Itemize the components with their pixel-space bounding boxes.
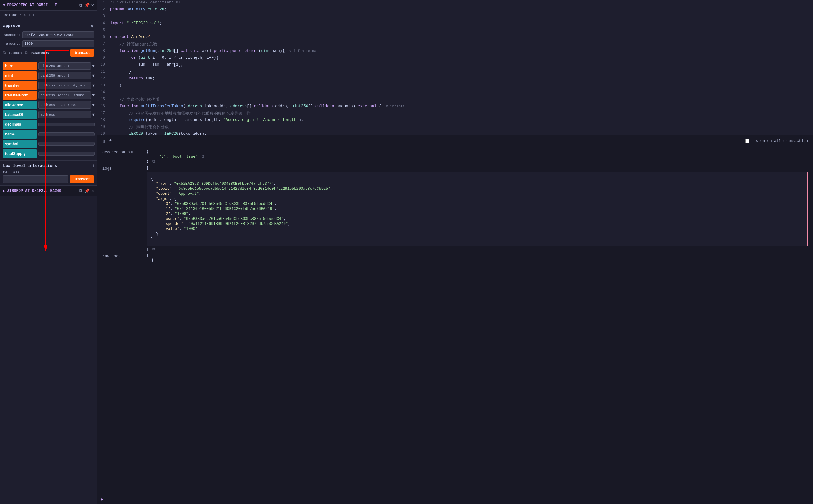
code-line-14: 14 <box>97 90 813 97</box>
amount-row: amount: <box>3 40 94 47</box>
logs-copy-icon[interactable]: ⧉ <box>152 247 155 252</box>
approve-section: approve ∧ spender: amount: ⧉ Calldata ⧉ … <box>0 20 97 59</box>
balanceof-button[interactable]: balanceOf <box>3 110 37 119</box>
code-line-15: 15 // 向多个地址转代币 <box>97 97 813 104</box>
code-line-10: 10 sum = sum + arr[i]; <box>97 62 813 69</box>
mint-params: uint256 amount <box>38 72 91 79</box>
log-brace-open: { <box>151 177 804 181</box>
low-level-transact-button[interactable]: Transact <box>70 175 94 183</box>
calldata-label: CALLDATA <box>3 170 94 174</box>
balanceof-params: address <box>38 111 91 118</box>
spender-label: spender: <box>3 33 20 37</box>
totalsupply-params <box>38 152 95 156</box>
decoded-close-copy-icon[interactable]: ⧉ <box>152 159 155 164</box>
calldata-tab[interactable]: Calldata <box>8 50 23 55</box>
fn-row-symbol: symbol <box>3 140 95 148</box>
output-area: decoded output { "0": "bool: true" ⧉ } ⧉… <box>97 146 813 494</box>
code-line-12: 12 return sum; <box>97 76 813 83</box>
fn-row-name: name <box>3 130 95 139</box>
left-panel: ▼ ERC20DEMO AT 0X52E...F! ⧉ 📌 ✕ Balance:… <box>0 0 97 504</box>
raw-logs-content: [ { <box>146 254 808 262</box>
decoded-copy-icon[interactable]: ⧉ <box>201 154 204 159</box>
burn-button[interactable]: burn <box>3 62 37 70</box>
log-args-2: "2": "1000", <box>151 212 804 216</box>
transfer-chevron[interactable]: ▼ <box>92 83 95 88</box>
code-editor: 1 // SPDX-License-Identifier: MIT 2 prag… <box>97 0 813 135</box>
bottom-copy-icon[interactable]: ⧉ <box>79 189 82 194</box>
listen-label[interactable]: Listen on all transaction <box>751 139 808 143</box>
mint-chevron[interactable]: ▼ <box>92 74 95 78</box>
low-level-header: Low level interactions ℹ <box>3 163 94 168</box>
function-list: burn uint256 amount ▼ mint uint256 amoun… <box>0 59 97 160</box>
code-line-2: 2 pragma solidity ^0.8.26; <box>97 7 813 14</box>
mint-button[interactable]: mint <box>3 71 37 80</box>
close-icon[interactable]: ✕ <box>91 3 94 8</box>
tabs-row: ⧉ Calldata ⧉ Parameters transact <box>3 49 94 57</box>
log-args-0: "0": "0x5B38Da6a701c568545dCfcB03FcB875f… <box>151 202 804 206</box>
code-line-17: 17 // 检查需要发放的地址数和需要发放的代币数的数组长度是否一样 <box>97 111 813 118</box>
code-line-9: 9 for (uint i = 0; i < arr.length; i++){ <box>97 55 813 62</box>
logs-close-row: ] ⧉ <box>146 247 808 252</box>
code-line-5: 5 <box>97 28 813 35</box>
listen-checkbox[interactable] <box>745 139 750 143</box>
copy-icon[interactable]: ⧉ <box>79 3 82 8</box>
logs-label: logs <box>102 166 143 171</box>
code-line-19: 19 // 声明代币合约对象 <box>97 124 813 131</box>
raw-logs-label: raw logs <box>102 254 143 259</box>
logs-row: logs [ { "from": "0x52EA23b3f36DD6fbc403… <box>102 166 808 252</box>
bottom-pin-icon[interactable]: 📌 <box>84 188 90 194</box>
code-line-20: 20 IERC20 token = IERC20(tokenaddr); <box>97 131 813 135</box>
transaction-count: 0 <box>109 139 112 143</box>
decimals-params <box>38 123 95 126</box>
chevron-down-icon: ▼ <box>3 3 5 7</box>
decimals-button[interactable]: decimals <box>3 120 37 129</box>
decoded-output-label: decoded output <box>102 150 143 155</box>
calldata-input[interactable] <box>3 175 68 183</box>
allowance-button[interactable]: allowance <box>3 101 37 109</box>
fn-row-transferfrom: transferFrom address sender, addre ▼ <box>3 91 95 100</box>
allowance-chevron[interactable]: ▼ <box>92 103 95 107</box>
log-brace-close: } <box>151 237 804 241</box>
symbol-button[interactable]: symbol <box>3 140 37 148</box>
code-line-6: 6 contract AirDrop{ <box>97 35 813 41</box>
info-icon[interactable]: ℹ <box>92 163 94 168</box>
bottom-close-icon[interactable]: ✕ <box>91 188 94 194</box>
transfer-params: address recipient, uin <box>38 82 91 89</box>
transferfrom-chevron[interactable]: ▼ <box>92 93 95 98</box>
transferfrom-button[interactable]: transferFrom <box>3 91 37 100</box>
log-args-1: "1": "0x4f2113691B0059621F260B13207Fdb75… <box>151 207 804 211</box>
code-line-16: 16 function multiTransferToken(address t… <box>97 104 813 111</box>
log-event: "event": "Approval", <box>151 192 804 196</box>
code-line-11: 11 } <box>97 69 813 76</box>
balance-row: Balance: 0 ETH <box>0 11 97 20</box>
bottom-chevron-icon: ▶ <box>3 189 5 193</box>
parameters-tab[interactable]: Parameters <box>30 50 50 55</box>
code-line-18: 18 require(addrs.length == amounts.lengt… <box>97 118 813 124</box>
totalsupply-button[interactable]: totalSupply <box>3 149 37 158</box>
approve-collapse-button[interactable]: ∧ <box>90 23 94 29</box>
code-line-1: 1 // SPDX-License-Identifier: MIT <box>97 0 813 7</box>
amount-input[interactable] <box>22 40 94 47</box>
raw-logs-brace: { <box>146 258 808 262</box>
decoded-close: } ⧉ <box>146 159 808 164</box>
collapse-arrows-icon[interactable]: ⇊ <box>102 138 106 144</box>
allowance-params: address , address <box>38 101 91 109</box>
bottom-header-icons: ⧉ 📌 ✕ <box>79 188 94 194</box>
symbol-params <box>38 142 95 146</box>
log-spender: "spender": "0x4f2113691B0059621F260B1320… <box>151 222 804 226</box>
balanceof-chevron[interactable]: ▼ <box>92 112 95 117</box>
approve-transact-button[interactable]: transact <box>70 49 94 57</box>
raw-logs-open: [ <box>146 254 808 258</box>
transfer-button[interactable]: transfer <box>3 81 37 90</box>
editor-bottom-bar: ⇊ 0 Listen on all transaction <box>97 135 813 146</box>
low-level-title: Low level interactions <box>3 163 57 168</box>
spender-input[interactable] <box>22 31 94 38</box>
logs-content: [ { "from": "0x52EA23b3f36DD6fbc4034380B… <box>146 166 808 252</box>
burn-chevron[interactable]: ▼ <box>92 64 95 68</box>
decoded-open: { <box>146 150 808 154</box>
code-line-7: 7 // 计算amount总数 <box>97 41 813 48</box>
copy-small-icon: ⧉ <box>3 51 6 55</box>
name-button[interactable]: name <box>3 130 37 139</box>
pin-icon[interactable]: 📌 <box>84 3 90 8</box>
bottom-contract-title: AIRDROP AT 0X4F2...BA249 <box>7 189 77 193</box>
